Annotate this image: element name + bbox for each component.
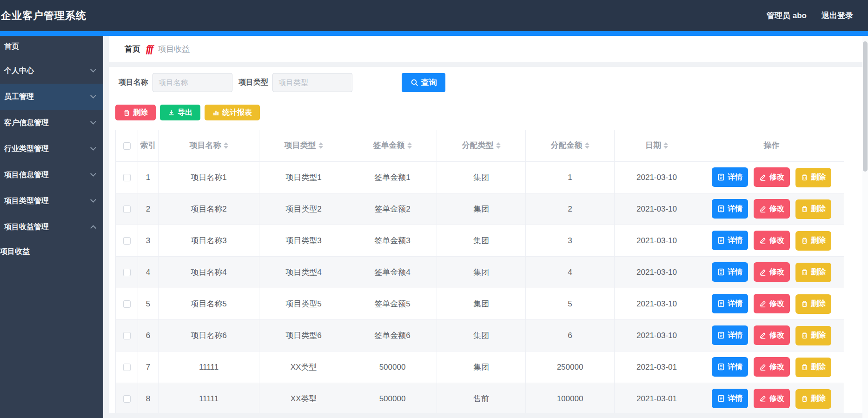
edit-button[interactable]: 修改 [754,199,790,219]
row-checkbox[interactable] [123,237,131,245]
column-header[interactable]: 签单金额 [348,130,437,162]
row-checkbox[interactable] [123,332,131,339]
column-header[interactable]: 分配金额 [526,130,615,162]
edit-button[interactable]: 修改 [754,294,790,313]
edit-button[interactable]: 修改 [754,167,790,187]
detail-button[interactable]: 详情 [712,262,748,282]
row-delete-button[interactable]: 删除 [795,326,831,345]
sidebar-item-6[interactable]: 项目类型管理 [0,188,103,214]
breadcrumb-home[interactable]: 首页 [125,44,140,54]
row-delete-button[interactable]: 删除 [795,231,831,251]
detail-button[interactable]: 详情 [712,231,748,250]
column-header: 索引 [138,130,159,162]
sidebar-item-7[interactable]: 项目收益管理 [0,214,103,240]
sort-icon[interactable] [663,142,668,149]
search-button[interactable]: 查询 [402,73,445,92]
sidebar-item-1[interactable]: 个人中心 [0,58,103,84]
column-header[interactable]: 分配类型 [437,130,526,162]
sidebar-subitem-8[interactable]: 项目收益 [0,240,103,263]
column-header[interactable]: 日期 [615,130,699,162]
sort-icon[interactable] [318,142,323,149]
select-all-checkbox[interactable] [123,142,131,150]
chevron-down-icon [90,93,96,99]
edit-button[interactable]: 修改 [754,231,790,250]
row-delete-button[interactable]: 删除 [795,168,831,187]
column-header-label: 日期 [645,140,661,152]
row-delete-button[interactable]: 删除 [795,389,831,409]
logout-link[interactable]: 退出登录 [822,10,853,21]
row-checkbox[interactable] [123,174,131,181]
table-cell: 2021-03-10 [615,193,699,225]
detail-button[interactable]: 详情 [712,325,748,345]
detail-button[interactable]: 详情 [712,199,748,219]
row-checkbox[interactable] [123,300,131,308]
sidebar-item-2[interactable]: 员工管理 [0,84,103,110]
row-delete-button[interactable]: 删除 [795,199,831,219]
table-cell: 项目名称6 [159,320,259,352]
sort-icon[interactable] [407,142,412,149]
table-row: 6项目名称6项目类型6签单金额6集团62021-03-10详情修改删除 [116,320,844,352]
table-cell: 签单金额1 [348,162,437,193]
column-header[interactable]: 项目类型 [259,130,348,162]
row-action-label: 修改 [769,173,784,182]
sidebar-item-4[interactable]: 行业类型管理 [0,136,103,162]
pencil-icon [759,300,767,307]
row-checkbox[interactable] [123,206,131,213]
project-type-input[interactable] [272,73,352,92]
chevron-up-icon [90,225,96,231]
column-header[interactable]: 项目名称 [159,130,259,162]
bar-chart-icon [212,109,219,116]
sidebar-item-label: 项目收益管理 [4,222,49,232]
edit-button[interactable]: 修改 [754,389,790,408]
sort-icon[interactable] [585,142,590,149]
edit-button[interactable]: 修改 [754,357,790,377]
trash-icon [801,174,808,181]
sidebar-menu: 首页个人中心员工管理客户信息管理行业类型管理项目信息管理项目类型管理项目收益管理… [0,36,103,418]
row-delete-button[interactable]: 删除 [795,358,831,377]
trash-icon [801,332,808,339]
current-user[interactable]: 管理员 abo [767,10,807,21]
sidebar-item-3[interactable]: 客户信息管理 [0,110,103,136]
table-cell: 250000 [526,352,615,383]
row-action-label: 修改 [769,236,784,245]
edit-button[interactable]: 修改 [754,325,790,345]
sidebar-item-0[interactable]: 首页 [0,36,103,58]
pencil-icon [759,332,767,339]
row-delete-button[interactable]: 删除 [795,263,831,282]
sidebar-item-5[interactable]: 项目信息管理 [0,162,103,188]
row-checkbox[interactable] [123,364,131,371]
filter-row: 项目名称 项目类型 查询 [119,73,856,92]
table-cell: 签单金额3 [348,225,437,257]
table-row: 1项目名称1项目类型1签单金额1集团12021-03-10详情修改删除 [116,162,844,193]
app-title: 企业客户管理系统 [1,9,86,23]
project-name-input[interactable] [152,73,232,92]
detail-button[interactable]: 详情 [712,294,748,313]
row-action-label: 删除 [811,204,826,214]
content-card: 项目名称 项目类型 查询 删除 [109,67,862,413]
table-cell: 集团 [437,352,526,383]
row-checkbox[interactable] [123,269,131,276]
document-icon [717,173,725,181]
project-type-label: 项目类型 [239,78,268,87]
pencil-icon [759,395,767,402]
report-button[interactable]: 统计报表 [205,105,260,120]
edit-button[interactable]: 修改 [754,262,790,282]
row-action-label: 删除 [811,331,826,340]
detail-button[interactable]: 详情 [712,167,748,187]
document-icon [717,332,725,339]
sort-icon[interactable] [496,142,501,149]
sort-icon[interactable] [224,142,228,149]
row-delete-button[interactable]: 删除 [795,294,831,314]
row-checkbox[interactable] [123,395,131,403]
breadcrumb: 首页 fff 项目收益 [109,36,868,62]
export-button[interactable]: 导出 [160,105,200,120]
delete-button[interactable]: 删除 [115,105,156,120]
trash-icon [801,364,808,371]
table-cell: 500000 [348,352,437,383]
row-actions: 详情修改删除 [699,257,844,288]
page-scrollbar-track [862,36,868,418]
detail-button[interactable]: 详情 [712,389,748,408]
table-cell: 100000 [526,383,615,413]
detail-button[interactable]: 详情 [712,357,748,377]
page-scrollbar-thumb[interactable] [863,41,868,172]
